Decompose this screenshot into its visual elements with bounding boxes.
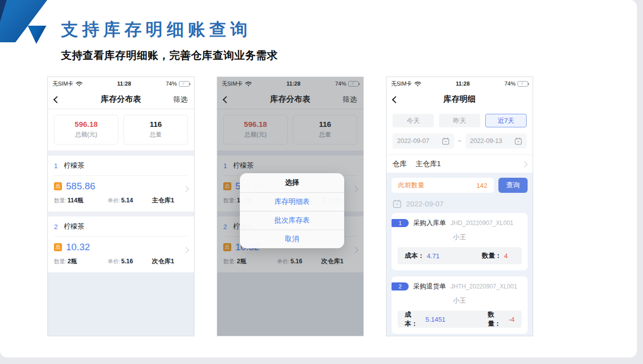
entry-person: 小王 — [398, 228, 522, 247]
section-gap — [48, 211, 194, 216]
entry-code: JHD_20220907_XL001 — [451, 220, 513, 227]
start-date-field[interactable]: 2022-09-07 — [393, 133, 454, 149]
cost-label: 成本： — [405, 310, 423, 328]
date-range-row: 2022-09-07 ~ 2022-09-13 — [387, 133, 533, 155]
battery-charging-icon: ⚡ — [179, 81, 189, 87]
qty-label: 数量： — [482, 251, 501, 260]
qty-label: 数量： — [488, 310, 506, 328]
price-label: 单价: — [107, 197, 120, 203]
price-value: 5.16 — [121, 258, 133, 265]
nav-title: 库存明细 — [387, 94, 533, 105]
page-subtitle: 支持查看库存明细账，完善仓库查询业务需求 — [61, 48, 278, 62]
calendar-icon — [393, 199, 402, 208]
wifi-icon — [414, 81, 421, 87]
status-bar: 无SIM卡 11:28 74% ⚡ — [387, 77, 533, 90]
cost-value: 5.1451 — [425, 316, 445, 323]
nav-bar: 库存明细 — [387, 90, 533, 109]
date-filter-chips: 今天 昨天 近7天 — [387, 109, 533, 133]
nav-bar: 库存分布表 筛选 — [48, 90, 194, 109]
warehouse-value: 主仓库1 — [152, 196, 174, 205]
clock-label: 11:28 — [117, 81, 132, 87]
clock-label: 11:28 — [456, 81, 470, 87]
item-index: 2 — [54, 223, 58, 231]
empty-area — [48, 272, 194, 336]
date-group-header: 2022-09-07 — [392, 193, 528, 213]
previous-qty-bar: 此前数量 142 — [392, 178, 494, 193]
warehouse-value: 次仓库1 — [152, 257, 174, 266]
price-value: 5.14 — [121, 197, 133, 204]
previous-qty-label: 此前数量 — [398, 181, 424, 190]
calendar-icon — [442, 137, 449, 145]
item-index: 1 — [54, 162, 58, 170]
total-qty-value: 116 — [124, 120, 187, 128]
range-separator: ~ — [458, 137, 462, 144]
cancel-button[interactable]: 取消 — [240, 230, 344, 248]
entry-card[interactable]: 2 采购退货单 JHTH_20220907_XL001 小王 成本： 5.145… — [392, 276, 528, 334]
list-item[interactable]: 2 柠檬茶 总 10.32 数量:2瓶 单价:5.16 次仓库1 — [48, 216, 194, 272]
wifi-icon — [76, 81, 83, 87]
phone-inventory-detail: 无SIM卡 11:28 74% ⚡ 库存明细 今天 昨天 近7天 2022-09… — [386, 77, 533, 336]
status-bar: 无SIM卡 11:28 74% ⚡ — [48, 77, 194, 90]
start-date-value: 2022-09-07 — [397, 137, 429, 144]
list-item[interactable]: 1 柠檬茶 总 585.86 数量:114瓶 单价:5.14 主仓库1 — [48, 156, 194, 211]
entry-number-badge: 2 — [392, 282, 409, 290]
warehouse-label: 仓库 — [393, 160, 407, 169]
summary-cards: 596.18 总额(元) 116 总量 — [48, 109, 194, 151]
option-inventory-detail[interactable]: 库存明细表 — [240, 192, 344, 211]
item-amount: 10.32 — [66, 242, 90, 253]
query-button[interactable]: 查询 — [498, 178, 528, 193]
entry-person: 小王 — [398, 291, 522, 311]
qty-value: 4 — [504, 252, 507, 260]
page-title: 支持库存明细账查询 — [61, 18, 251, 41]
total-amount-label: 总额(元) — [54, 130, 118, 139]
battery-percent-label: 74% — [166, 81, 177, 87]
end-date-value: 2022-09-13 — [470, 137, 502, 144]
phone-distribution-modal: 无SIM卡 11:28 74% ⚡ 库存分布表 筛选 596.18 总额(元) … — [217, 77, 364, 336]
qty-value: 2瓶 — [68, 258, 77, 265]
carrier-label: 无SIM卡 — [52, 80, 74, 88]
qty-value: -4 — [508, 316, 515, 323]
entry-cost-bar: 成本： 4.71 数量： 4 — [398, 247, 522, 264]
previous-qty-value: 142 — [476, 182, 487, 189]
qty-label: 数量: — [54, 258, 67, 264]
item-name: 柠檬茶 — [64, 222, 85, 231]
cost-value: 4.71 — [427, 252, 439, 260]
entry-code: JHTH_20220907_XL001 — [451, 283, 517, 290]
warehouse-selector-row[interactable]: 仓库 主仓库1 — [387, 155, 533, 173]
item-amount: 585.86 — [66, 181, 95, 192]
entry-card[interactable]: 1 采购入库单 JHD_20220907_XL001 小王 成本： 4.71 数… — [392, 213, 528, 270]
total-badge-icon: 总 — [54, 182, 62, 190]
phone-screenshots-row: 无SIM卡 11:28 74% ⚡ 库存分布表 筛选 596.18 总额(元) … — [47, 77, 533, 336]
option-batch-inventory[interactable]: 批次库存表 — [240, 211, 344, 230]
total-amount-card: 596.18 总额(元) — [54, 115, 118, 144]
entry-cost-bar: 成本： 5.1451 数量： -4 — [398, 311, 522, 328]
total-qty-label: 总量 — [124, 130, 187, 139]
action-sheet-title: 选择 — [240, 173, 344, 192]
detail-list-area: 此前数量 142 查询 2022-09-07 1 采购入库单 JHD_20220… — [387, 173, 533, 336]
price-label: 单价: — [107, 258, 120, 264]
chevron-right-icon — [521, 161, 528, 168]
battery-charging-icon: ⚡ — [518, 81, 528, 87]
battery-percent-label: 74% — [504, 81, 516, 87]
qty-value: 114瓶 — [68, 197, 83, 204]
warehouse-value: 主仓库1 — [416, 160, 441, 169]
nav-title: 库存分布表 — [48, 94, 194, 105]
chip-last7days[interactable]: 近7天 — [485, 114, 527, 127]
chip-today[interactable]: 今天 — [393, 114, 434, 127]
qty-label: 数量: — [54, 197, 67, 203]
total-amount-value: 596.18 — [54, 120, 118, 128]
carrier-label: 无SIM卡 — [391, 80, 412, 88]
total-badge-icon: 总 — [54, 243, 62, 251]
entry-type: 采购入库单 — [413, 219, 446, 228]
entry-number-badge: 1 — [392, 219, 409, 227]
group-date-label: 2022-09-07 — [406, 200, 443, 208]
filter-button[interactable]: 筛选 — [173, 95, 187, 104]
end-date-field[interactable]: 2022-09-13 — [466, 133, 527, 149]
calendar-icon — [515, 137, 522, 145]
item-name: 柠檬茶 — [64, 161, 85, 170]
chip-yesterday[interactable]: 昨天 — [439, 114, 480, 127]
entry-type: 采购退货单 — [413, 282, 446, 291]
total-qty-card: 116 总量 — [123, 115, 188, 144]
phone-distribution: 无SIM卡 11:28 74% ⚡ 库存分布表 筛选 596.18 总额(元) … — [47, 77, 195, 336]
cost-label: 成本： — [405, 251, 424, 260]
